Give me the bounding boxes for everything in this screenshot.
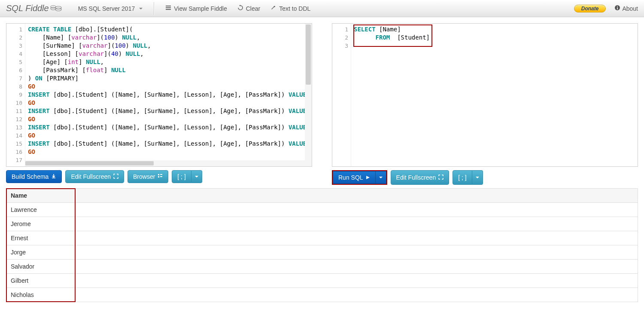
table-row: Ernest [6, 231, 638, 245]
edit-fullscreen-button[interactable]: Edit Fullscreen [65, 170, 124, 183]
text-to-ddl-link[interactable]: Text to DDL [265, 2, 316, 15]
nav-divider [154, 2, 154, 15]
run-sql-dropdown-toggle[interactable] [376, 171, 386, 184]
nav-link-label: View Sample Fiddle [174, 5, 227, 12]
svg-rect-12 [158, 176, 159, 177]
table-cell: Lawrence [6, 203, 75, 217]
scrollbar-thumb[interactable] [306, 24, 311, 85]
clear-link[interactable]: Clear [232, 2, 265, 15]
column-header: Name [6, 189, 75, 203]
line-number: 9 [6, 91, 25, 99]
db-engine-dropdown[interactable]: MS SQL Server 2017 [73, 3, 148, 15]
browser-button[interactable]: Browser [128, 170, 168, 183]
svg-rect-5 [166, 7, 171, 8]
info-icon [614, 5, 620, 12]
svg-rect-9 [617, 6, 618, 7]
tree-icon [158, 173, 163, 180]
caret-down-icon [476, 177, 479, 178]
table-row: Jerome [6, 217, 638, 231]
donate-button[interactable]: Donate [574, 5, 606, 12]
line-number-gutter: 1234567891011121314151617 [6, 24, 25, 166]
line-number: 10 [6, 99, 25, 107]
line-number: 1 [332, 25, 351, 34]
svg-rect-6 [166, 9, 171, 10]
line-number: 15 [6, 140, 25, 148]
line-number: 1 [6, 25, 25, 34]
table-cell: Salvador [6, 260, 75, 274]
schema-button-row: Build Schema Edit Fullscreen Browser [6, 170, 312, 183]
navbar: SQL Fiddle MS SQL Server 2017 View Sampl… [0, 0, 644, 17]
edit-fullscreen-button[interactable]: Edit Fullscreen [391, 170, 450, 185]
horizontal-scrollbar[interactable] [25, 160, 305, 166]
line-number: 7 [6, 74, 25, 83]
line-number: 3 [332, 42, 351, 50]
fullscreen-icon [113, 173, 118, 180]
terminator-dropdown-toggle[interactable] [191, 170, 202, 183]
svg-rect-11 [160, 174, 162, 175]
brand-text: SQL Fiddle [6, 3, 49, 13]
svg-rect-8 [617, 7, 618, 9]
query-editor[interactable]: 123 SELECT [Name] FROM [Student] [332, 23, 638, 167]
highlight-annotation: Run SQL [332, 170, 387, 185]
line-number: 2 [6, 34, 25, 42]
line-number: 12 [6, 115, 25, 123]
table-row: Nicholas [6, 288, 638, 302]
line-number: 14 [6, 132, 25, 140]
line-number: 3 [6, 42, 25, 50]
brand[interactable]: SQL Fiddle [6, 3, 63, 13]
nav-link-label: Clear [246, 5, 260, 12]
svg-rect-10 [158, 174, 159, 175]
table-cell: Nicholas [6, 288, 75, 302]
schema-editor[interactable]: 1234567891011121314151617 CREATE TABLE [… [6, 23, 312, 167]
terminator-button[interactable]: [ ; ] [172, 170, 191, 183]
svg-rect-4 [166, 6, 171, 6]
line-number-gutter: 123 [332, 24, 351, 166]
logo-icon [50, 4, 63, 13]
play-icon [366, 174, 370, 181]
about-label: About [622, 5, 638, 12]
line-number: 6 [6, 66, 25, 74]
svg-rect-13 [160, 176, 162, 177]
refresh-icon [237, 5, 243, 12]
terminator-button[interactable]: [ ; ] [453, 170, 472, 185]
fullscreen-icon [438, 174, 444, 181]
caret-down-icon [379, 177, 383, 178]
line-number: 17 [6, 156, 25, 164]
line-number: 4 [6, 50, 25, 58]
line-number: 11 [6, 107, 25, 115]
nav-link-label: Text to DDL [279, 5, 310, 12]
build-schema-button[interactable]: Build Schema [6, 170, 62, 183]
wrench-icon [270, 5, 276, 12]
results-panel: Name Lawrence Jerome Ernest Jorge Salvad… [6, 188, 638, 302]
line-number: 13 [6, 123, 25, 132]
line-number: 16 [6, 148, 25, 156]
results-table: Name Lawrence Jerome Ernest Jorge Salvad… [6, 188, 638, 302]
table-cell: Jorge [6, 245, 75, 260]
query-button-row: Run SQL Edit Fullscreen [ [332, 170, 638, 185]
line-number: 5 [6, 58, 25, 66]
table-cell: Ernest [6, 231, 75, 245]
scrollbar-thumb[interactable] [25, 161, 154, 165]
table-row: Lawrence [6, 203, 638, 217]
table-row: Salvador [6, 260, 638, 274]
line-number: 8 [6, 83, 25, 91]
table-row: Gilbert [6, 274, 638, 288]
list-icon [165, 5, 171, 12]
db-engine-label: MS SQL Server 2017 [78, 5, 135, 12]
line-number: 2 [332, 34, 351, 42]
vertical-scrollbar[interactable] [305, 24, 312, 166]
svg-point-1 [51, 7, 56, 10]
caret-down-icon [195, 176, 198, 177]
caret-down-icon [139, 8, 143, 9]
table-row: Jorge [6, 245, 638, 260]
table-cell: Gilbert [6, 274, 75, 288]
download-icon [51, 173, 56, 180]
terminator-dropdown-toggle[interactable] [472, 170, 483, 185]
run-sql-button[interactable]: Run SQL [333, 171, 376, 184]
view-sample-fiddle-link[interactable]: View Sample Fiddle [160, 2, 232, 15]
table-cell: Jerome [6, 217, 75, 231]
about-link[interactable]: About [614, 5, 638, 12]
